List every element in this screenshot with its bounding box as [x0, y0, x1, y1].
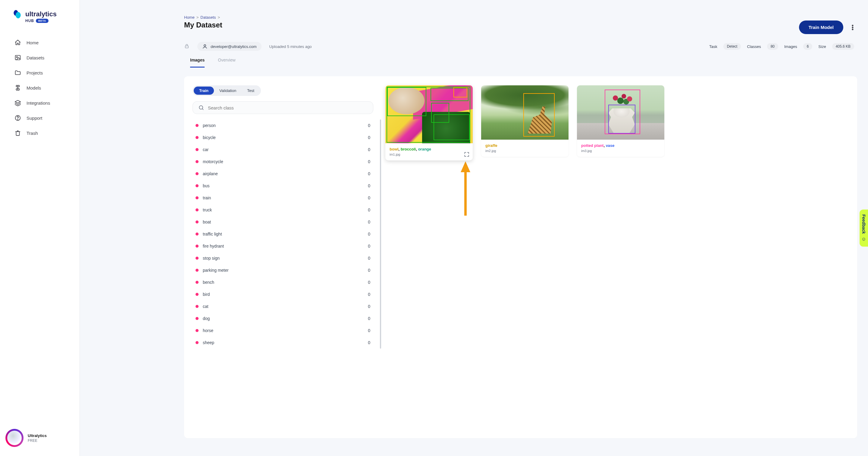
- class-name: parking meter: [203, 268, 229, 273]
- smile-icon: ☺: [861, 236, 866, 241]
- meta-label: Task: [709, 44, 717, 49]
- class-dot-icon: [195, 293, 198, 296]
- class-row[interactable]: traffic light0: [192, 228, 379, 240]
- sidebar-item-home[interactable]: Home: [0, 35, 80, 50]
- class-name: bird: [203, 292, 210, 297]
- brand-wordmark: ultralytics: [25, 10, 57, 18]
- class-count: 0: [368, 292, 370, 297]
- image-tag: orange: [418, 147, 431, 151]
- tab-overview[interactable]: Overview: [218, 58, 235, 67]
- class-row[interactable]: fire hydrant0: [192, 240, 379, 252]
- sidebar-item-label: Models: [27, 85, 41, 90]
- sidebar-item-datasets[interactable]: Datasets: [0, 50, 80, 65]
- class-dot-icon: [195, 221, 198, 224]
- split-selector: TrainValidationTest: [192, 85, 261, 96]
- user-icon: [202, 44, 208, 49]
- expand-icon[interactable]: [464, 151, 470, 158]
- brand-logo[interactable]: ultralytics HUB BETA: [0, 9, 80, 35]
- class-name: car: [203, 147, 209, 152]
- class-count: 0: [368, 268, 370, 273]
- class-row[interactable]: dog0: [192, 312, 379, 324]
- class-count: 0: [368, 123, 370, 128]
- brand-mark-icon: [12, 9, 22, 19]
- image-tag: potted plant: [581, 143, 603, 148]
- image-filename: im1.jpg: [390, 152, 468, 156]
- class-row[interactable]: parking meter0: [192, 264, 379, 276]
- class-row[interactable]: motorcycle0: [192, 155, 379, 168]
- sidebar-item-integrations[interactable]: Integrations: [0, 95, 80, 110]
- sidebar-item-trash[interactable]: Trash: [0, 125, 80, 141]
- main-content: Home>Datasets> My Dataset Train Model: [80, 0, 868, 456]
- tag-sep: ,: [603, 143, 606, 148]
- feedback-button[interactable]: Feedback ☺: [860, 209, 868, 247]
- class-name: train: [203, 195, 211, 200]
- class-row[interactable]: stop sign0: [192, 252, 379, 264]
- class-dot-icon: [195, 196, 198, 199]
- class-row[interactable]: sheep0: [192, 337, 379, 349]
- owner-email: developer@ultralytics.com: [211, 44, 257, 49]
- class-name: bench: [203, 280, 214, 285]
- class-row[interactable]: bus0: [192, 180, 379, 192]
- class-dot-icon: [195, 329, 198, 332]
- split-validation[interactable]: Validation: [214, 87, 242, 95]
- layers-icon: [14, 99, 21, 106]
- sidebar-item-label: Projects: [27, 70, 43, 76]
- image-filename: im3.jpg: [581, 149, 660, 152]
- image-card[interactable]: giraffeim2.jpg: [481, 85, 568, 157]
- sidebar-item-support[interactable]: Support: [0, 110, 80, 125]
- class-row[interactable]: car0: [192, 144, 379, 155]
- image-card[interactable]: bowl, broccoli, orangeim1.jpg: [385, 85, 473, 161]
- class-name: person: [203, 123, 216, 128]
- image-tag: giraffe: [485, 143, 497, 148]
- class-count: 0: [368, 256, 370, 261]
- split-train[interactable]: Train: [194, 87, 214, 95]
- sidebar-item-label: Trash: [27, 131, 38, 136]
- class-name: stop sign: [203, 256, 220, 261]
- image-card[interactable]: potted plant, vaseim3.jpg: [577, 85, 664, 157]
- sidebar-item-models[interactable]: Models: [0, 80, 80, 95]
- page-title: My Dataset: [184, 21, 222, 29]
- class-count: 0: [368, 304, 370, 309]
- owner-chip[interactable]: developer@ultralytics.com: [197, 42, 261, 51]
- class-search-input[interactable]: [208, 105, 368, 110]
- class-dot-icon: [195, 160, 198, 163]
- sidebar-item-projects[interactable]: Projects: [0, 65, 80, 80]
- meta-value: 80: [767, 43, 778, 50]
- more-actions-button[interactable]: [848, 23, 857, 32]
- class-row[interactable]: truck0: [192, 204, 379, 216]
- class-row[interactable]: bicycle0: [192, 132, 379, 144]
- class-list[interactable]: person0bicycle0car0motorcycle0airplane0b…: [192, 119, 379, 349]
- meta-label: Images: [784, 44, 797, 49]
- class-name: dog: [203, 316, 210, 321]
- class-row[interactable]: boat0: [192, 216, 379, 228]
- class-row[interactable]: bench0: [192, 276, 379, 288]
- class-name: airplane: [203, 171, 218, 176]
- class-row[interactable]: cat0: [192, 301, 379, 312]
- brand-beta-badge: BETA: [36, 19, 49, 23]
- class-name: sheep: [203, 340, 214, 345]
- brand-hub: HUB: [25, 19, 34, 23]
- class-row[interactable]: train0: [192, 192, 379, 204]
- image-icon: [14, 54, 21, 61]
- avatar-icon: [5, 429, 24, 447]
- sidebar-account[interactable]: Ultralytics FREE: [0, 426, 80, 450]
- class-search[interactable]: [192, 101, 373, 114]
- class-dot-icon: [195, 257, 198, 260]
- class-row[interactable]: airplane0: [192, 168, 379, 180]
- breadcrumb-link[interactable]: Datasets: [200, 15, 216, 20]
- class-row[interactable]: person0: [192, 119, 379, 132]
- tab-images[interactable]: Images: [190, 58, 205, 67]
- sidebar-item-label: Home: [27, 40, 38, 45]
- class-count: 0: [368, 207, 370, 212]
- split-test[interactable]: Test: [242, 87, 260, 95]
- breadcrumb-link[interactable]: Home: [184, 15, 195, 20]
- class-row[interactable]: bird0: [192, 288, 379, 301]
- account-plan: FREE: [28, 438, 47, 443]
- class-name: truck: [203, 207, 212, 212]
- class-count: 0: [368, 195, 370, 200]
- breadcrumb-sep: >: [196, 15, 199, 20]
- class-row[interactable]: horse0: [192, 324, 379, 337]
- train-model-button[interactable]: Train Model: [799, 21, 843, 34]
- class-count: 0: [368, 220, 370, 224]
- folder-icon: [14, 69, 21, 76]
